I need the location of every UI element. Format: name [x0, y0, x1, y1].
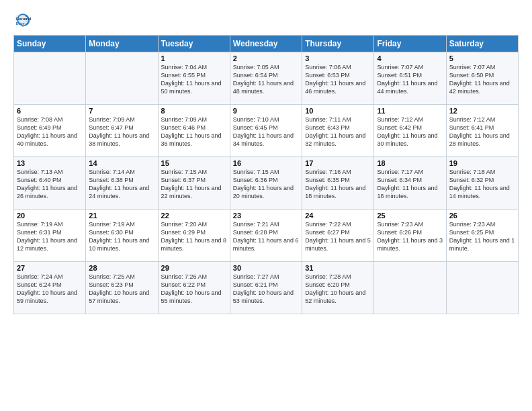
day-info: Sunrise: 7:20 AM Sunset: 6:29 PM Dayligh…	[161, 220, 227, 253]
day-number: 12	[449, 107, 515, 115]
calendar-cell: 27Sunrise: 7:24 AM Sunset: 6:24 PM Dayli…	[14, 262, 86, 314]
calendar-cell: 7Sunrise: 7:09 AM Sunset: 6:47 PM Daylig…	[86, 105, 158, 157]
day-number: 3	[305, 54, 371, 62]
header-saturday: Saturday	[446, 36, 518, 52]
calendar-cell: 17Sunrise: 7:16 AM Sunset: 6:35 PM Dayli…	[302, 157, 374, 210]
day-info: Sunrise: 7:12 AM Sunset: 6:42 PM Dayligh…	[377, 116, 443, 148]
day-number: 25	[377, 212, 443, 220]
calendar-cell: 5Sunrise: 7:07 AM Sunset: 6:50 PM Daylig…	[446, 52, 518, 105]
day-info: Sunrise: 7:07 AM Sunset: 6:50 PM Dayligh…	[449, 63, 515, 96]
calendar-cell: 24Sunrise: 7:22 AM Sunset: 6:27 PM Dayli…	[302, 210, 374, 262]
day-number: 31	[305, 264, 371, 272]
day-number: 9	[233, 107, 299, 115]
day-info: Sunrise: 7:15 AM Sunset: 6:36 PM Dayligh…	[233, 168, 299, 201]
calendar-week-2: 13Sunrise: 7:13 AM Sunset: 6:40 PM Dayli…	[14, 157, 519, 210]
day-info: Sunrise: 7:13 AM Sunset: 6:40 PM Dayligh…	[17, 168, 83, 201]
day-number: 7	[89, 107, 154, 115]
calendar-week-3: 20Sunrise: 7:19 AM Sunset: 6:31 PM Dayli…	[14, 210, 519, 262]
day-info: Sunrise: 7:15 AM Sunset: 6:37 PM Dayligh…	[161, 168, 227, 201]
calendar-cell: 22Sunrise: 7:20 AM Sunset: 6:29 PM Dayli…	[158, 210, 230, 262]
day-number: 1	[161, 54, 227, 62]
header-wednesday: Wednesday	[230, 36, 302, 52]
day-number: 23	[233, 212, 299, 220]
calendar-cell: 3Sunrise: 7:06 AM Sunset: 6:53 PM Daylig…	[302, 52, 374, 105]
day-info: Sunrise: 7:06 AM Sunset: 6:53 PM Dayligh…	[305, 63, 371, 96]
day-info: Sunrise: 7:19 AM Sunset: 6:30 PM Dayligh…	[89, 220, 154, 253]
calendar-cell: 20Sunrise: 7:19 AM Sunset: 6:31 PM Dayli…	[14, 210, 86, 262]
calendar-cell: 30Sunrise: 7:27 AM Sunset: 6:21 PM Dayli…	[230, 262, 302, 314]
day-number: 8	[161, 107, 227, 115]
day-number: 4	[377, 54, 443, 62]
calendar-cell: 1Sunrise: 7:04 AM Sunset: 6:55 PM Daylig…	[158, 52, 230, 105]
calendar-cell	[446, 262, 518, 314]
day-info: Sunrise: 7:18 AM Sunset: 6:32 PM Dayligh…	[449, 168, 515, 201]
day-info: Sunrise: 7:23 AM Sunset: 6:26 PM Dayligh…	[377, 220, 443, 253]
day-number: 14	[89, 159, 154, 167]
logo-icon: General Blue	[13, 11, 32, 30]
calendar-cell: 31Sunrise: 7:28 AM Sunset: 6:20 PM Dayli…	[302, 262, 374, 314]
header-monday: Monday	[86, 36, 158, 52]
calendar-cell	[86, 52, 158, 105]
calendar-cell: 29Sunrise: 7:26 AM Sunset: 6:22 PM Dayli…	[158, 262, 230, 314]
day-info: Sunrise: 7:16 AM Sunset: 6:35 PM Dayligh…	[305, 168, 371, 201]
day-number: 6	[17, 107, 83, 115]
calendar-cell: 28Sunrise: 7:25 AM Sunset: 6:23 PM Dayli…	[86, 262, 158, 314]
day-info: Sunrise: 7:19 AM Sunset: 6:31 PM Dayligh…	[17, 220, 83, 253]
calendar-week-4: 27Sunrise: 7:24 AM Sunset: 6:24 PM Dayli…	[14, 262, 519, 314]
day-info: Sunrise: 7:17 AM Sunset: 6:34 PM Dayligh…	[377, 168, 443, 201]
day-info: Sunrise: 7:10 AM Sunset: 6:45 PM Dayligh…	[233, 116, 299, 148]
header-thursday: Thursday	[302, 36, 374, 52]
day-number: 11	[377, 107, 443, 115]
calendar-cell: 12Sunrise: 7:12 AM Sunset: 6:41 PM Dayli…	[446, 105, 518, 157]
day-info: Sunrise: 7:21 AM Sunset: 6:28 PM Dayligh…	[233, 220, 299, 253]
day-number: 10	[305, 107, 371, 115]
day-info: Sunrise: 7:07 AM Sunset: 6:51 PM Dayligh…	[377, 63, 443, 96]
calendar-table: SundayMondayTuesdayWednesdayThursdayFrid…	[13, 35, 519, 314]
day-number: 5	[449, 54, 515, 62]
calendar-cell: 16Sunrise: 7:15 AM Sunset: 6:36 PM Dayli…	[230, 157, 302, 210]
calendar-cell: 19Sunrise: 7:18 AM Sunset: 6:32 PM Dayli…	[446, 157, 518, 210]
calendar-cell: 10Sunrise: 7:11 AM Sunset: 6:43 PM Dayli…	[302, 105, 374, 157]
day-number: 29	[161, 264, 227, 272]
calendar-cell: 14Sunrise: 7:14 AM Sunset: 6:38 PM Dayli…	[86, 157, 158, 210]
day-info: Sunrise: 7:09 AM Sunset: 6:47 PM Dayligh…	[89, 116, 154, 148]
day-info: Sunrise: 7:11 AM Sunset: 6:43 PM Dayligh…	[305, 116, 371, 148]
day-number: 30	[233, 264, 299, 272]
day-info: Sunrise: 7:05 AM Sunset: 6:54 PM Dayligh…	[233, 63, 299, 96]
calendar-cell: 13Sunrise: 7:13 AM Sunset: 6:40 PM Dayli…	[14, 157, 86, 210]
day-info: Sunrise: 7:09 AM Sunset: 6:46 PM Dayligh…	[161, 116, 227, 148]
day-number: 21	[89, 212, 154, 220]
day-info: Sunrise: 7:28 AM Sunset: 6:20 PM Dayligh…	[305, 273, 371, 306]
calendar-cell: 2Sunrise: 7:05 AM Sunset: 6:54 PM Daylig…	[230, 52, 302, 105]
day-number: 17	[305, 159, 371, 167]
calendar-header-row: SundayMondayTuesdayWednesdayThursdayFrid…	[14, 36, 519, 52]
day-number: 13	[17, 159, 83, 167]
calendar-cell: 8Sunrise: 7:09 AM Sunset: 6:46 PM Daylig…	[158, 105, 230, 157]
day-number: 22	[161, 212, 227, 220]
day-number: 18	[377, 159, 443, 167]
day-info: Sunrise: 7:26 AM Sunset: 6:22 PM Dayligh…	[161, 273, 227, 306]
page-container: General Blue SundayMondayTuesdayWednesda…	[0, 0, 532, 321]
header-tuesday: Tuesday	[158, 36, 230, 52]
calendar-cell: 9Sunrise: 7:10 AM Sunset: 6:45 PM Daylig…	[230, 105, 302, 157]
day-number: 2	[233, 54, 299, 62]
calendar-week-1: 6Sunrise: 7:08 AM Sunset: 6:49 PM Daylig…	[14, 105, 519, 157]
day-info: Sunrise: 7:14 AM Sunset: 6:38 PM Dayligh…	[89, 168, 154, 201]
calendar-cell	[374, 262, 446, 314]
day-info: Sunrise: 7:25 AM Sunset: 6:23 PM Dayligh…	[89, 273, 154, 306]
calendar-cell: 15Sunrise: 7:15 AM Sunset: 6:37 PM Dayli…	[158, 157, 230, 210]
svg-text:Blue: Blue	[16, 21, 26, 26]
header-row: General Blue	[13, 11, 519, 30]
svg-text:General: General	[16, 16, 32, 21]
header-sunday: Sunday	[14, 36, 86, 52]
calendar-week-0: 1Sunrise: 7:04 AM Sunset: 6:55 PM Daylig…	[14, 52, 519, 105]
day-number: 19	[449, 159, 515, 167]
day-number: 15	[161, 159, 227, 167]
day-info: Sunrise: 7:22 AM Sunset: 6:27 PM Dayligh…	[305, 220, 371, 253]
day-info: Sunrise: 7:23 AM Sunset: 6:25 PM Dayligh…	[449, 220, 515, 253]
calendar-cell: 18Sunrise: 7:17 AM Sunset: 6:34 PM Dayli…	[374, 157, 446, 210]
day-number: 24	[305, 212, 371, 220]
logo: General Blue	[13, 11, 32, 30]
day-number: 26	[449, 212, 515, 220]
calendar-cell: 25Sunrise: 7:23 AM Sunset: 6:26 PM Dayli…	[374, 210, 446, 262]
